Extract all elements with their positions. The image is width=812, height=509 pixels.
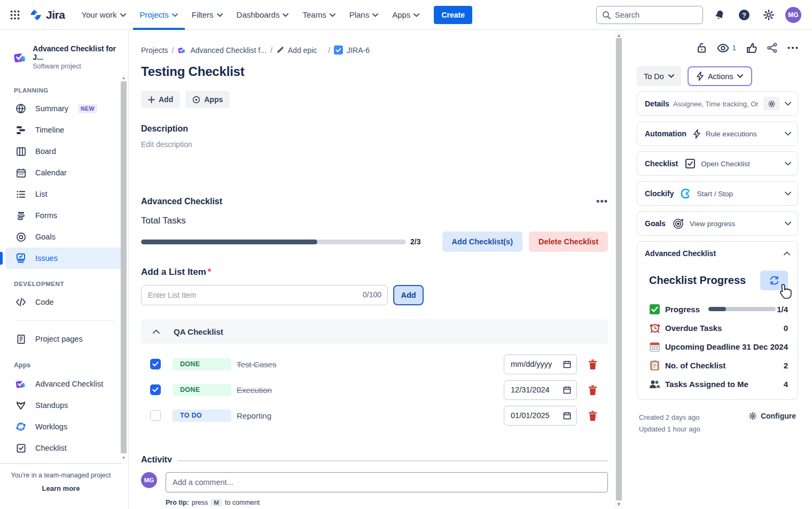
sidebar-item-goals[interactable]: Goals: [5, 226, 123, 248]
due-date-input[interactable]: 01/01/2025: [504, 406, 577, 426]
chevron-down-icon[interactable]: [785, 102, 791, 106]
checklist-more-options-icon[interactable]: •••: [596, 196, 608, 207]
delete-item-trash-icon[interactable]: [588, 411, 597, 421]
help-icon[interactable]: ?: [736, 7, 752, 23]
collapse-chevron-icon[interactable]: [153, 329, 160, 334]
automation-card[interactable]: Automation Rule executions: [637, 121, 798, 146]
issue-detail-panel: 1 To Do Actions Details Assignee, Time t…: [630, 30, 812, 509]
list-item-input[interactable]: [141, 285, 388, 305]
breadcrumb-projects[interactable]: Projects: [141, 46, 168, 55]
delete-checklist-button[interactable]: Delete Checklist: [529, 232, 608, 252]
notifications-bell-icon[interactable]: [712, 7, 728, 23]
due-date-input[interactable]: 12/31/2024: [504, 380, 577, 400]
create-button[interactable]: Create: [434, 6, 472, 24]
project-header[interactable]: Advanced Checklist for J... Software pro…: [0, 30, 128, 75]
more-options-icon[interactable]: [787, 47, 798, 49]
add-checklists-button[interactable]: Add Checklist(s): [442, 232, 522, 252]
unlock-icon[interactable]: [697, 42, 707, 53]
search-input[interactable]: [615, 11, 695, 19]
details-gear-icon[interactable]: [763, 97, 779, 111]
breadcrumb-add-epic[interactable]: Add epic: [288, 46, 317, 55]
chevron-down-icon[interactable]: [785, 221, 791, 226]
item-checkbox-checked[interactable]: [150, 384, 161, 395]
calendar-icon: [15, 168, 27, 178]
due-date-input[interactable]: mm/dd/yyyy: [504, 354, 577, 374]
sidebar-item-advanced-checklist[interactable]: Advanced Checklist: [5, 373, 123, 395]
date-picker-calendar-icon[interactable]: [563, 412, 571, 420]
user-avatar[interactable]: MG: [785, 7, 801, 23]
checklist-card[interactable]: Checklist Open Checklist: [637, 151, 798, 176]
search-box[interactable]: [596, 6, 703, 24]
item-label[interactable]: Test Cases: [237, 360, 276, 369]
sidebar-item-forms[interactable]: Forms: [5, 205, 123, 226]
board-icon: [15, 146, 27, 157]
refresh-button[interactable]: [760, 271, 788, 290]
actions-dropdown[interactable]: Actions: [688, 66, 753, 86]
settings-gear-icon[interactable]: [761, 7, 777, 23]
date-picker-calendar-icon[interactable]: [563, 360, 571, 368]
add-button[interactable]: Add: [141, 91, 180, 108]
overdue-tasks-row: Overdue Tasks 0: [649, 322, 788, 334]
item-checkbox-checked[interactable]: [150, 359, 161, 369]
scroll-up-arrow[interactable]: ▲: [121, 75, 127, 81]
item-label[interactable]: Execution: [237, 385, 272, 395]
scroll-down-arrow[interactable]: ▼: [615, 500, 623, 508]
sidebar-item-code[interactable]: Code: [5, 291, 123, 313]
comment-input-box[interactable]: [166, 472, 608, 492]
chevron-down-icon[interactable]: [785, 191, 791, 196]
configure-button[interactable]: Configure: [748, 412, 796, 435]
delete-item-trash-icon[interactable]: [588, 359, 597, 369]
chevron-down-icon[interactable]: [785, 161, 791, 166]
nav-plans[interactable]: Plans: [342, 0, 386, 30]
nav-teams[interactable]: Teams: [295, 0, 342, 30]
breadcrumb-project[interactable]: Advanced Checklist f...: [190, 46, 266, 55]
delete-item-trash-icon[interactable]: [588, 385, 597, 395]
date-picker-calendar-icon[interactable]: [563, 386, 571, 394]
checklist-item-row: TO DO Reporting 01/01/2025: [141, 403, 608, 428]
chevron-down-icon[interactable]: [785, 132, 791, 136]
clockify-card[interactable]: Clockify Start / Stop: [637, 181, 798, 206]
scroll-down-arrow[interactable]: ▼: [121, 455, 127, 461]
jira-logo[interactable]: Jira: [26, 8, 72, 22]
goals-card[interactable]: Goals View progress: [637, 211, 798, 236]
sidebar-scrollbar[interactable]: ▲ ▼: [121, 75, 127, 461]
app-switcher-icon[interactable]: [6, 6, 24, 24]
issue-title[interactable]: Testing Checklist: [141, 64, 608, 79]
details-card[interactable]: Details Assignee, Time tracking, Origin.…: [637, 91, 798, 116]
nav-projects[interactable]: Projects: [133, 0, 185, 30]
learn-more-link[interactable]: Learn more: [0, 484, 122, 492]
share-icon[interactable]: [767, 43, 777, 53]
comment-input[interactable]: [173, 478, 601, 487]
sidebar-item-project-pages[interactable]: Project pages: [5, 328, 123, 350]
comment-avatar[interactable]: MG: [141, 472, 157, 488]
status-dropdown[interactable]: To Do: [637, 66, 681, 86]
sidebar-item-summary[interactable]: Summary NEW: [5, 98, 123, 119]
watchers-eye-icon[interactable]: 1: [717, 44, 736, 52]
sidebar-item-checklist[interactable]: Checklist: [5, 437, 123, 459]
scrollbar-thumb[interactable]: [121, 81, 127, 453]
sidebar-item-list[interactable]: List: [5, 183, 123, 205]
nav-your-work[interactable]: Your work: [74, 0, 132, 30]
chevron-up-icon[interactable]: [784, 251, 790, 256]
sidebar-item-standups[interactable]: Standups: [5, 395, 123, 416]
item-checkbox-unchecked[interactable]: [150, 410, 161, 421]
nav-apps[interactable]: Apps: [385, 0, 426, 30]
scrollbar-thumb[interactable]: [616, 38, 622, 500]
active-indicator: [0, 252, 3, 265]
nav-filters[interactable]: Filters: [185, 0, 230, 30]
description-edit-area[interactable]: Edit description: [141, 140, 608, 149]
activity-section: Activity: [141, 455, 608, 462]
item-label[interactable]: Reporting: [237, 411, 271, 420]
sidebar-item-timeline[interactable]: Timeline: [5, 119, 123, 141]
nav-dashboards[interactable]: Dashboards: [230, 0, 296, 30]
main-scrollbar[interactable]: ▲ ▼: [615, 30, 623, 509]
sidebar-item-calendar[interactable]: Calendar: [5, 162, 123, 183]
sidebar-item-worklogs[interactable]: Worklogs: [5, 416, 123, 437]
breadcrumb-issue-key[interactable]: JIRA-6: [347, 46, 370, 55]
sidebar-item-issues[interactable]: Issues: [5, 248, 123, 269]
apps-button[interactable]: Apps: [185, 91, 230, 108]
sidebar-item-board[interactable]: Board: [5, 141, 123, 162]
status-badge-done: DONE: [173, 384, 231, 396]
add-list-item-button[interactable]: Add: [393, 285, 424, 305]
thumbs-up-icon[interactable]: [746, 43, 757, 53]
